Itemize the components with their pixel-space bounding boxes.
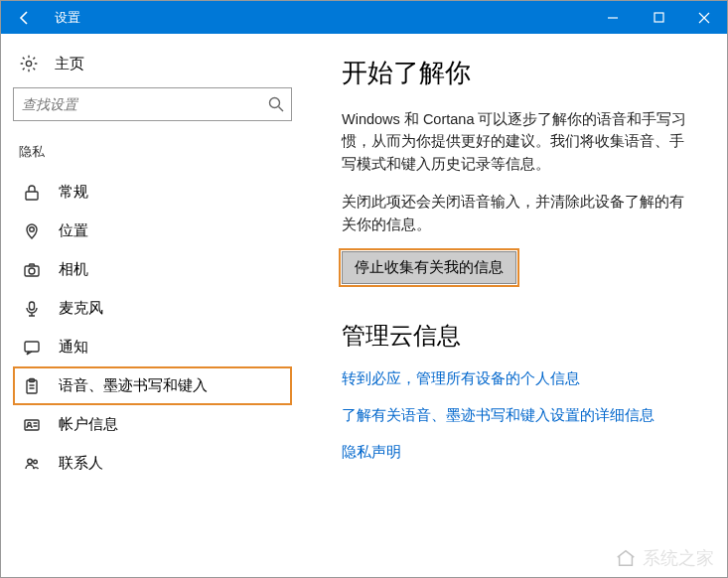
sidebar-item-label: 通知 (59, 338, 88, 357)
sidebar-item-label: 相机 (59, 260, 88, 279)
app-title: 设置 (49, 1, 80, 34)
back-button[interactable] (1, 1, 49, 34)
contacts-icon (23, 455, 41, 473)
sidebar-item-label: 帐户信息 (59, 415, 118, 434)
microphone-icon (23, 300, 41, 318)
svg-point-13 (28, 459, 33, 464)
location-icon (23, 222, 41, 240)
sidebar-home-label: 主页 (55, 55, 84, 73)
sidebar-item-label: 麦克风 (59, 299, 103, 318)
arrow-left-icon (16, 9, 34, 27)
sidebar-item-label: 联系人 (59, 454, 103, 473)
close-icon (698, 12, 710, 24)
svg-point-4 (30, 226, 35, 231)
minimize-icon (607, 12, 619, 24)
sidebar-category: 隐私 (13, 143, 292, 161)
stop-collecting-button[interactable]: 停止收集有关我的信息 (342, 251, 516, 284)
sidebar-item-label: 位置 (59, 221, 88, 240)
sidebar-item-general[interactable]: 常规 (13, 173, 292, 212)
id-card-icon (23, 416, 41, 434)
svg-rect-7 (30, 302, 35, 310)
link-learn-more[interactable]: 了解有关语音、墨迹书写和键入设置的详细信息 (342, 406, 687, 425)
close-button[interactable] (681, 1, 727, 34)
sidebar-home[interactable]: 主页 (13, 48, 292, 87)
search-input[interactable] (22, 96, 267, 112)
svg-rect-3 (26, 192, 38, 200)
notification-icon (23, 339, 41, 357)
sidebar-item-contacts[interactable]: 联系人 (13, 444, 292, 483)
sidebar-item-label: 语音、墨迹书写和键入 (59, 376, 208, 395)
link-bing-manage[interactable]: 转到必应，管理所有设备的个人信息 (342, 369, 687, 388)
maximize-button[interactable] (636, 1, 681, 34)
sidebar-item-location[interactable]: 位置 (13, 212, 292, 250)
lock-icon (23, 184, 41, 202)
cloud-heading: 管理云信息 (342, 320, 687, 352)
sidebar-item-notifications[interactable]: 通知 (13, 328, 292, 366)
sidebar-item-microphone[interactable]: 麦克风 (13, 289, 292, 328)
svg-point-14 (34, 460, 38, 464)
description-2: 关闭此项还会关闭语音输入，并清除此设备了解的有关你的信息。 (342, 191, 687, 235)
sidebar-item-camera[interactable]: 相机 (13, 250, 292, 289)
link-privacy-statement[interactable]: 隐私声明 (342, 443, 687, 462)
clipboard-icon (23, 377, 41, 395)
svg-point-1 (26, 61, 31, 66)
titlebar: 设置 (1, 1, 727, 34)
sidebar-item-account-info[interactable]: 帐户信息 (13, 405, 292, 444)
sidebar-item-speech-inking-typing[interactable]: 语音、墨迹书写和键入 (13, 366, 292, 405)
svg-rect-11 (25, 420, 39, 430)
description-1: Windows 和 Cortana 可以逐步了解你的语音和手写习惯，从而为你提供… (342, 108, 687, 175)
page-heading: 开始了解你 (342, 56, 687, 90)
svg-rect-0 (655, 13, 663, 22)
main-panel: 开始了解你 Windows 和 Cortana 可以逐步了解你的语音和手写习惯，… (304, 34, 727, 577)
sidebar-item-label: 常规 (59, 183, 88, 202)
camera-icon (23, 261, 41, 279)
search-box[interactable] (13, 87, 292, 121)
maximize-icon (654, 12, 664, 23)
search-icon (267, 95, 285, 113)
gear-icon (19, 54, 39, 73)
sidebar: 主页 隐私 常规 位置 相机 麦克风 通知 语音、墨 (1, 34, 304, 577)
svg-point-2 (270, 98, 280, 108)
svg-rect-8 (25, 342, 39, 352)
minimize-button[interactable] (590, 1, 636, 34)
svg-point-6 (29, 268, 35, 274)
